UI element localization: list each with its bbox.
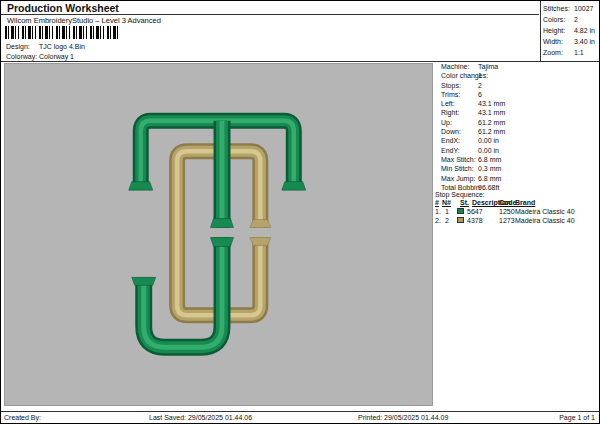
col-header-num: # (435, 198, 439, 207)
title-separator (1, 14, 539, 15)
design-preview-canvas (4, 63, 433, 406)
tan-gap-upper-serif (250, 220, 271, 228)
footer-separator (1, 411, 599, 412)
stop-row-brand: Madeira Classic 40 (515, 216, 575, 225)
footer-printed: Printed: 29/05/2025 01.44.09 (358, 413, 448, 422)
tan-gap-lower-serif (250, 237, 271, 245)
stat-width: Width:3.40 in (543, 37, 595, 48)
stat-zoom: Zoom:1:1 (543, 48, 595, 59)
machine-row: Right:43.1 mm (441, 108, 505, 117)
stop-row-brand: Madeira Classic 40 (515, 207, 575, 216)
page-title: Production Worksheet (7, 3, 119, 14)
stop-row-thread-number: 4378 (467, 216, 483, 225)
design-barcode (5, 26, 119, 39)
machine-row: Max Stitch:6.8 mm (441, 155, 505, 164)
design-value: TJC logo 4.Bin (39, 42, 85, 51)
production-worksheet-page: Production Worksheet Wilcom EmbroiderySt… (0, 0, 600, 424)
stop-row-code: 1273 (499, 216, 515, 225)
machine-row: Left:43.1 mm (441, 99, 505, 108)
app-subtitle: Wilcom EmbroideryStudio – Level 3 Advanc… (7, 16, 161, 25)
machine-row: Min Stitch:0.3 mm (441, 164, 505, 173)
col-header-needle: N# (442, 198, 451, 207)
t-right-foot-serif (282, 182, 306, 190)
stop-row-index: 2. (435, 216, 441, 225)
machine-row: Up:61.2 mm (441, 118, 505, 127)
j-gap-lower-serif (211, 237, 234, 246)
tjc-logo-embroidery (5, 64, 432, 405)
footer-page-number: Page 1 of 1 (559, 413, 595, 422)
stop-row-thread-number: 5647 (467, 207, 483, 216)
stop-row-index: 1. (435, 207, 441, 216)
stop-row-needle: 2 (445, 216, 449, 225)
machine-row: Machine:Tajima (441, 62, 505, 71)
machine-row: EndY:0.00 in (441, 146, 505, 155)
stats-box-divider (540, 1, 541, 61)
thread-color-swatch (457, 217, 464, 223)
machine-info-panel: Machine:Tajima Color changes:1 Stops:2 T… (441, 62, 505, 192)
colorway-label: Colorway: (6, 53, 37, 60)
machine-row: Max Jump:6.8 mm (441, 174, 505, 183)
design-row: Design: (6, 42, 30, 51)
j-gap-upper-serif (211, 219, 234, 228)
machine-row: Trims:6 (441, 90, 505, 99)
design-label: Design: (6, 43, 30, 50)
thread-color-swatch (457, 208, 464, 214)
footer-last-saved: Last Saved: 29/05/2025 01.44.06 (149, 413, 252, 422)
t-left-foot-serif (129, 182, 153, 190)
stats-panel: Stitches:10027 Colors:2 Height:4.82 in W… (543, 4, 595, 59)
stop-row-needle: 1 (445, 207, 449, 216)
machine-row: Color changes:1 (441, 71, 505, 80)
stat-stitches: Stitches:10027 (543, 4, 595, 15)
header-separator (1, 61, 599, 62)
colorway-value: Colorway 1 (39, 52, 74, 61)
machine-row: Stops:2 (441, 81, 505, 90)
col-header-brand: Brand (515, 198, 535, 207)
stat-height: Height:4.82 in (543, 26, 595, 37)
col-header-stitch: St. (460, 198, 469, 207)
machine-row: Down:61.2 mm (441, 127, 505, 136)
stop-row-code: 1250 (499, 207, 515, 216)
colorway-row: Colorway: (6, 52, 37, 61)
col-header-code: Code (499, 198, 517, 207)
footer-created-by: Created By: (4, 413, 41, 422)
machine-row: EndX:0.00 in (441, 136, 505, 145)
stat-colors: Colors:2 (543, 15, 595, 26)
j-hook-top-serif (132, 277, 156, 285)
